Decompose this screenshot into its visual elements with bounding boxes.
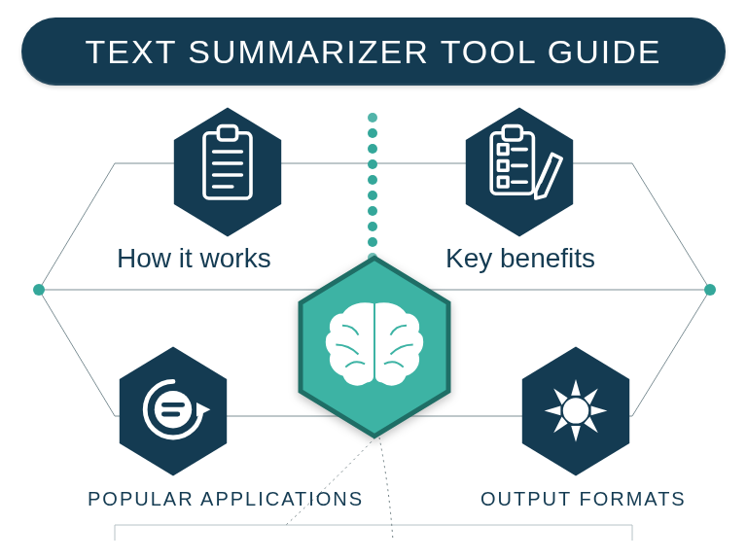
label-key-benefits: Key benefits [445, 243, 595, 274]
hex-popular-applications [115, 344, 231, 478]
vertical-dots [368, 113, 377, 278]
svg-rect-3 [218, 126, 236, 140]
connector-node-right [704, 284, 716, 296]
label-popular-applications: POPULAR APPLICATIONS [88, 488, 364, 510]
svg-rect-10 [503, 126, 521, 140]
brain-icon [325, 301, 424, 386]
hex-key-benefits [461, 105, 578, 239]
page-title: TEXT SUMMARIZER TOOL GUIDE [21, 18, 726, 86]
label-how-it-works: How it works [117, 243, 271, 274]
connector-node-left [33, 284, 45, 296]
sun-gear-icon [545, 379, 608, 442]
hex-how-it-works [169, 105, 286, 239]
svg-point-24 [563, 398, 588, 423]
hex-center-brain [294, 255, 455, 439]
svg-point-20 [155, 391, 192, 428]
hex-output-formats [517, 344, 634, 478]
label-output-formats: OUTPUT FORMATS [480, 488, 687, 510]
